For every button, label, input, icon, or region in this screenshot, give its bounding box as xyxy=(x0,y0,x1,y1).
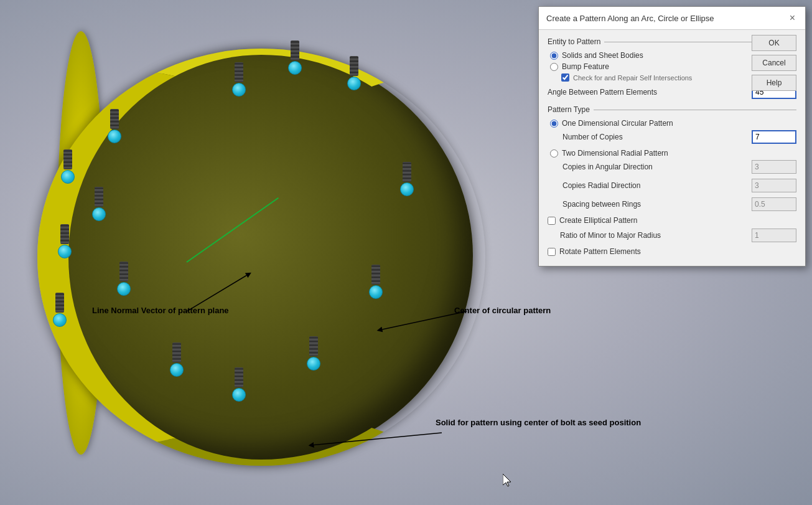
spacing-rings-label: Spacing between Rings xyxy=(562,200,752,209)
copies-radial-label: Copies Radial Direction xyxy=(562,181,752,190)
svg-line-0 xyxy=(187,274,249,311)
yellow-rim xyxy=(37,49,485,466)
bolt-5 xyxy=(367,283,385,301)
pattern-section-header: Pattern Type xyxy=(548,105,796,114)
ratio-field-row: Ratio of Minor to Major Radius xyxy=(560,229,796,242)
check-intersections-checkbox[interactable] xyxy=(561,73,569,82)
svg-marker-6 xyxy=(503,474,511,486)
entity-solids-label: Solids and Sheet Bodies xyxy=(562,51,643,60)
copies-angular-field-row: Copies in Angular Direction xyxy=(562,160,796,174)
bolt-12 xyxy=(56,243,73,260)
pattern-radio-group: One Dimensional Circular Pattern Number … xyxy=(550,119,796,211)
bolt-circle-6 xyxy=(307,357,320,370)
ratio-label: Ratio of Minor to Major Radius xyxy=(560,231,752,240)
bolt-circle-3 xyxy=(347,77,361,90)
bolt-1 xyxy=(230,81,248,98)
bolt-circle-1 xyxy=(232,83,246,97)
bolt-top-4 xyxy=(403,162,411,182)
spacing-rings-field-row: Spacing between Rings xyxy=(562,197,796,211)
entity-solids-radio[interactable] xyxy=(550,52,558,60)
elliptical-option[interactable]: Create Elliptical Pattern xyxy=(548,216,796,225)
svg-line-4 xyxy=(311,433,442,445)
rotate-option[interactable]: Rotate Pattern Elements xyxy=(548,247,796,256)
ok-button[interactable]: OK xyxy=(752,35,796,51)
check-intersections-label: Check for and Repair Self Intersections xyxy=(573,74,692,82)
bolt-circle-7 xyxy=(232,388,246,402)
bolt-8 xyxy=(168,361,185,379)
arrow-line-normal xyxy=(187,268,261,318)
elliptical-label: Create Elliptical Pattern xyxy=(559,216,637,225)
spacing-rings-input[interactable] xyxy=(752,197,796,211)
help-button[interactable]: Help xyxy=(752,75,796,91)
bolt-10 xyxy=(90,205,108,223)
bolt-circle-2 xyxy=(288,61,302,75)
rotate-checkbox[interactable] xyxy=(548,248,556,256)
dialog-action-buttons: OK Cancel Help xyxy=(752,35,796,91)
bolt-top-3 xyxy=(350,56,358,76)
bolt-4 xyxy=(398,181,416,198)
bolt-top-11 xyxy=(110,109,119,129)
bolt-circle-14 xyxy=(61,170,75,184)
copies-radial-input[interactable] xyxy=(752,179,796,192)
bolt-top-13 xyxy=(55,293,64,313)
pattern-two-dim-label: Two Dimensional Radial Pattern xyxy=(562,149,668,158)
entity-bump-label: Bump Feature xyxy=(562,62,609,71)
mouse-cursor xyxy=(503,474,513,488)
bolt-top-1 xyxy=(235,62,243,82)
annotation-solid-pattern: Solid for pattern using center of bolt a… xyxy=(436,417,641,428)
dialog-titlebar: Create a Pattern Along an Arc, Circle or… xyxy=(539,7,805,30)
svg-line-2 xyxy=(380,311,467,330)
bolt-9 xyxy=(115,280,133,298)
angle-label: Angle Between Pattern Elements xyxy=(548,88,752,97)
bolt-11 xyxy=(106,128,123,145)
bolt-top-9 xyxy=(119,262,128,281)
elliptical-checkbox[interactable] xyxy=(548,217,556,225)
copies-radial-field-row: Copies Radial Direction xyxy=(562,179,796,192)
bolt-circle-10 xyxy=(92,207,106,221)
entity-bump-radio[interactable] xyxy=(550,63,558,71)
3d-object xyxy=(0,0,535,505)
bolt-circle-9 xyxy=(117,282,131,296)
rotate-label: Rotate Pattern Elements xyxy=(559,247,641,256)
bolt-top-5 xyxy=(371,265,380,285)
copies-angular-input[interactable] xyxy=(752,160,796,174)
pattern-two-dim-option[interactable]: Two Dimensional Radial Pattern xyxy=(550,149,796,158)
pattern-one-dim-option[interactable]: One Dimensional Circular Pattern xyxy=(550,119,796,128)
num-copies-field-row: Number of Copies xyxy=(562,130,796,144)
arrow-solid-pattern xyxy=(299,423,448,455)
bolt-circle-5 xyxy=(369,285,383,299)
bolt-14 xyxy=(59,168,77,186)
bolt-7 xyxy=(230,386,248,404)
bolt-circle-11 xyxy=(108,130,121,143)
bolt-top-8 xyxy=(172,342,181,362)
bolt-3 xyxy=(345,75,363,92)
bolt-circle-8 xyxy=(170,363,184,377)
ratio-input[interactable] xyxy=(752,229,796,242)
bolt-top-6 xyxy=(309,336,318,356)
bolt-6 xyxy=(305,355,322,372)
dialog-body: OK Cancel Help Entity to Pattern Solids … xyxy=(539,30,805,266)
pattern-section-label: Pattern Type xyxy=(548,105,590,114)
bolt-circle-12 xyxy=(58,245,72,258)
arrow-center-circular xyxy=(361,299,473,336)
num-copies-input[interactable] xyxy=(752,130,796,144)
bolt-2 xyxy=(286,59,304,77)
pattern-two-dim-radio[interactable] xyxy=(550,149,558,158)
pattern-one-dim-radio[interactable] xyxy=(550,120,558,128)
bolt-top-2 xyxy=(291,40,299,60)
copies-angular-label: Copies in Angular Direction xyxy=(562,163,752,171)
pattern-section-line xyxy=(594,110,796,110)
bolt-top-14 xyxy=(63,149,72,169)
entity-section-label: Entity to Pattern xyxy=(548,37,600,46)
bolt-13 xyxy=(51,311,68,329)
dialog-title: Create a Pattern Along an Arc, Circle or… xyxy=(546,14,714,23)
dialog-close-button[interactable]: × xyxy=(787,12,798,24)
cancel-button[interactable]: Cancel xyxy=(752,55,796,71)
bolt-circle-4 xyxy=(400,182,414,196)
bolt-top-7 xyxy=(235,367,243,387)
bolt-top-12 xyxy=(60,224,69,244)
dialog-create-pattern: Create a Pattern Along an Arc, Circle or… xyxy=(538,6,806,267)
bolt-top-10 xyxy=(95,187,103,207)
num-copies-label: Number of Copies xyxy=(562,133,752,141)
bolt-circle-13 xyxy=(53,313,67,327)
